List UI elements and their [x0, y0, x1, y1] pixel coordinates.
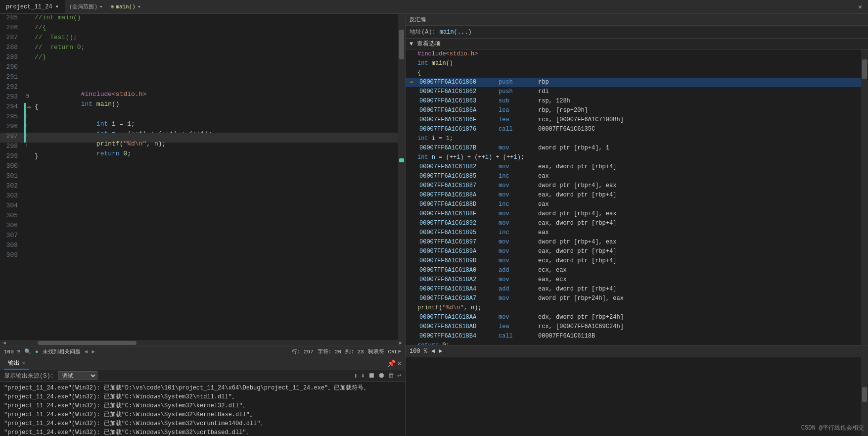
toolbar-btn-3[interactable]: ⏹ — [368, 372, 375, 380]
nav-right-arrow[interactable]: ► — [91, 349, 95, 355]
output-line: "project_11_24.exe"(Win32): 已加载"C:\Windo… — [4, 392, 401, 401]
search-icon[interactable]: 🔍 — [24, 348, 31, 355]
csdn-watermark: CSDN @平行线也会相交 — [801, 424, 864, 432]
disasm-instruction: 00007FF6A1C61882 mov eax, dword ptr [rbp… — [406, 162, 861, 172]
table-row: 290 — [0, 63, 398, 73]
table-row: 291 — [0, 73, 398, 83]
address-value[interactable]: main(...) — [440, 29, 472, 36]
output-scroll-thumb[interactable] — [862, 387, 867, 402]
bottom-row: 输出 ✕ 📌 ✕ 显示输出来源(S): 调试 ⬆ ⬇ ⏹ ⏺ 🗑 ↩ — [0, 357, 868, 436]
output-source-row: 显示输出来源(S): 调试 ⬆ ⬇ ⏹ ⏺ 🗑 ↩ — [0, 370, 405, 382]
disasm-scroll-area[interactable]: #include<stdio.h> int main() { ⇒ 00007FF… — [406, 49, 868, 345]
disasm-instruction: 00007FF6A1C61895 inc eax — [406, 228, 861, 238]
clear-icon[interactable]: 🗑 — [388, 372, 394, 380]
code-horizontal-scrollbar[interactable]: ◄ ► — [0, 340, 405, 346]
table-row: 305 — [0, 212, 398, 222]
disasm-zoom: 100 % — [410, 348, 427, 355]
table-row: 306 — [0, 222, 398, 232]
code-lines-area[interactable]: 285 //int main() 286 //{ 287 / — [0, 14, 398, 340]
scrollbar-thumb-green — [399, 158, 404, 162]
table-row: 299 } — [0, 152, 398, 162]
disasm-source-include: #include<stdio.h> — [406, 49, 861, 59]
scrollbar-thumb[interactable] — [399, 30, 404, 59]
table-row: 286 //{ — [0, 24, 398, 34]
source-label: 显示输出来源(S): — [4, 372, 54, 380]
code-panel: 285 //int main() 286 //{ 287 / — [0, 14, 406, 357]
source-select[interactable]: 调试 — [58, 371, 97, 380]
table-row: 309 — [0, 251, 398, 261]
disasm-title: 反汇编 — [410, 17, 426, 23]
disasm-scroll-thumb[interactable] — [862, 59, 867, 79]
table-row: 297 ⁞ printf("%d\n", n); — [0, 133, 398, 143]
middle-section: 285 //int main() 286 //{ 287 / — [0, 14, 868, 357]
output-panel: 输出 ✕ 📌 ✕ 显示输出来源(S): 调试 ⬆ ⬇ ⏹ ⏺ 🗑 ↩ — [0, 357, 406, 436]
output-line: "project_11_24.exe"(Win32): 已加载"C:\Windo… — [4, 428, 401, 436]
close-icon[interactable]: ✕ — [856, 3, 864, 11]
output-line: "project_11_24.exe"(Win32): 已加载"C:\Windo… — [4, 419, 401, 428]
no-problems-label: 未找到相关问题 — [43, 348, 81, 355]
scroll-right-button[interactable]: ► — [397, 340, 404, 346]
nav-left-arrow[interactable]: ◄ — [85, 349, 88, 355]
h-scroll-thumb[interactable] — [38, 341, 137, 345]
pin-icon[interactable]: 📌 — [387, 359, 396, 368]
disasm-instruction: 00007FF6A1C6188F mov dword ptr [rbp+4], … — [406, 209, 861, 219]
toolbar-btn-4[interactable]: ⏺ — [378, 372, 385, 380]
output-line: "project_11_24.exe"(Win32): 已加载"C:\Windo… — [4, 410, 401, 419]
disasm-instruction: 00007FF6A1C61862 push rdi — [406, 87, 861, 97]
disasm-vertical-scrollbar[interactable] — [861, 49, 868, 345]
output-panel-header: 输出 ✕ 📌 ✕ — [0, 357, 405, 370]
code-status-bar: 100 % 🔍 ● 未找到相关问题 ◄ ► 行: 297 字符: 20 列: 2… — [0, 346, 405, 357]
toolbar-btn-1[interactable]: ⬆ — [354, 372, 358, 380]
disasm-instruction: 00007FF6A1C61876 call 00007FF6A1C6135C — [406, 125, 861, 134]
code-vertical-scrollbar[interactable] — [398, 14, 405, 340]
disasm-source-int-n: int n = (++i) + (++i) + (++i); — [406, 153, 861, 162]
table-row: 293 ⊟ int main() — [0, 93, 398, 103]
output-tab-pin[interactable]: ✕ — [22, 359, 25, 367]
disasm-address: 00007FF6A1C61860 — [419, 78, 499, 87]
tab-output[interactable]: 输出 ✕ — [4, 357, 29, 370]
disasm-options-toggle[interactable]: ▼ 查看选项 — [406, 39, 868, 49]
close-panel-icon[interactable]: ✕ — [398, 360, 401, 367]
table-row: 287 // Test(); — [0, 34, 398, 44]
project-tab-dropdown[interactable]: ▾ — [55, 3, 59, 10]
disasm-panel: 反汇编 地址(A): main(...) ▼ 查看选项 #include<std… — [406, 14, 868, 357]
table-row: 301 — [0, 172, 398, 182]
table-row: 302 — [0, 182, 398, 192]
table-row: 298 ⁞ return 0; — [0, 143, 398, 152]
table-row: 300 — [0, 162, 398, 172]
table-row: 288 // return 0; — [0, 44, 398, 53]
no-problems-icon: ● — [35, 349, 39, 355]
project-tab[interactable]: project_11_24 ▾ — [0, 0, 65, 13]
disasm-source-return: return 0; — [406, 341, 861, 345]
disasm-nav-left[interactable]: ◄ — [431, 348, 435, 355]
table-row: 296 ⁞ int n = (++i) + (++i) + (++i); — [0, 123, 398, 133]
disasm-instruction: 00007FF6A1C618AD lea rcx, [00007FF6A1C69… — [406, 322, 861, 332]
disasm-instruction: 00007FF6A1C6189A mov eax, dword ptr [rbp… — [406, 247, 861, 256]
disasm-nav-right[interactable]: ► — [439, 348, 442, 355]
disasm-instruction: 00007FF6A1C61887 mov dword ptr [rbp+4], … — [406, 181, 861, 191]
disasm-source-printf: printf("%d\n", n); — [406, 303, 861, 313]
disasm-header: 反汇编 — [406, 14, 868, 26]
scope-dropdown[interactable]: (全局范围) ▾ — [65, 0, 107, 13]
table-row: 308 — [0, 242, 398, 251]
disasm-instruction: 00007FF6A1C6188D inc eax — [406, 200, 861, 209]
output-line: "project_11_24.exe"(Win32): 已加载"C:\Windo… — [4, 401, 401, 410]
bottom-right-panel — [406, 357, 868, 436]
table-row: 295 ⁞ int i = 1; — [0, 113, 398, 123]
disasm-operands: rbp — [538, 78, 857, 87]
zoom-level: 100 % — [4, 349, 20, 355]
output-content-area: "project_11_24.exe"(Win32): 已加载"D:\vs\co… — [0, 382, 405, 436]
disasm-current-arrow: ⇒ — [410, 78, 419, 87]
disasm-bottom-bar: 100 % ◄ ► — [406, 345, 868, 357]
scroll-left-button[interactable]: ◄ — [1, 340, 8, 346]
wrap-icon[interactable]: ↩ — [397, 372, 401, 380]
disasm-instruction: 00007FF6A1C6187B mov dword ptr [rbp+4], … — [406, 144, 861, 153]
tab-info: 制表符 — [368, 348, 384, 355]
disasm-instruction: 00007FF6A1C618A7 mov dword ptr [rbp+24h]… — [406, 294, 861, 303]
function-dropdown[interactable]: ⊕ main() ▾ — [107, 0, 145, 13]
disasm-instruction: 00007FF6A1C6186A lea rbp, [rsp+20h] — [406, 106, 861, 115]
disasm-instruction: 00007FF6A1C61885 inc eax — [406, 172, 861, 181]
col-info: 列: 23 — [345, 348, 364, 355]
toolbar-btn-2[interactable]: ⬇ — [361, 372, 365, 380]
disasm-instruction: 00007FF6A1C618AA mov edx, dword ptr [rbp… — [406, 313, 861, 322]
